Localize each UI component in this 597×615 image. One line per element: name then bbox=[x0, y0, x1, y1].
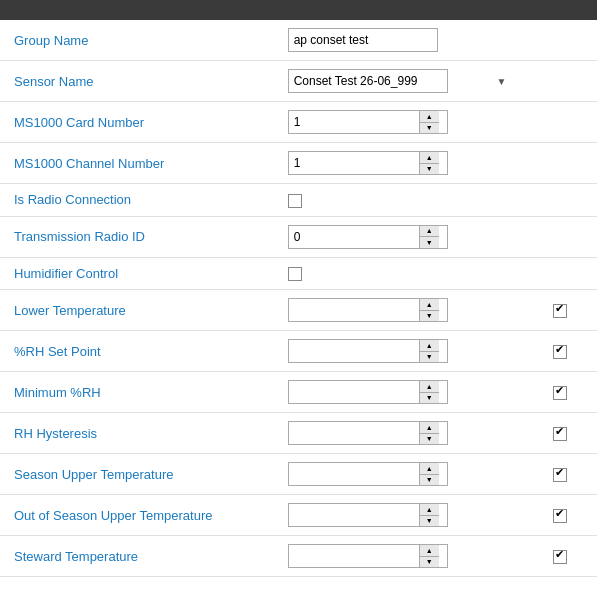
input-cell-group-name bbox=[274, 20, 523, 61]
label-ms1000-channel-number: MS1000 Channel Number bbox=[0, 143, 274, 184]
spinner-up-lower-temperature[interactable]: ▲ bbox=[420, 299, 439, 311]
table-row: Group Name bbox=[0, 20, 597, 61]
table-row: Steward Temperature▲▼ bbox=[0, 536, 597, 577]
spinner-down-out-of-season-upper-temperature[interactable]: ▼ bbox=[420, 516, 439, 527]
input-cell-lower-temperature: ▲▼ bbox=[274, 290, 523, 331]
checkbox-humidifier-control[interactable] bbox=[288, 267, 302, 281]
label-sensor-name: Sensor Name bbox=[0, 61, 274, 102]
global-cell-rh-hysteresis bbox=[522, 413, 597, 454]
input-cell-humidifier-control bbox=[274, 257, 523, 290]
global-checkbox-rh-hysteresis[interactable] bbox=[553, 427, 567, 441]
label-lower-temperature: Lower Temperature bbox=[0, 290, 274, 331]
spinner-input-ms1000-card-number[interactable] bbox=[289, 111, 419, 133]
spinner-down-rh-hysteresis[interactable]: ▼ bbox=[420, 434, 439, 445]
spinner-input-lower-temperature[interactable] bbox=[289, 299, 419, 321]
input-cell-is-radio-connection bbox=[274, 184, 523, 217]
checkbox-is-radio-connection[interactable] bbox=[288, 194, 302, 208]
table-row: %RH Set Point▲▼ bbox=[0, 331, 597, 372]
global-checkbox-steward-temperature[interactable] bbox=[553, 550, 567, 564]
spinner-input-ms1000-channel-number[interactable] bbox=[289, 152, 419, 174]
label-season-upper-temperature: Season Upper Temperature bbox=[0, 454, 274, 495]
global-cell-ms1000-channel-number bbox=[522, 143, 597, 184]
spinner-down-steward-temperature[interactable]: ▼ bbox=[420, 557, 439, 568]
label-group-name: Group Name bbox=[0, 20, 274, 61]
global-cell-sensor-name bbox=[522, 61, 597, 102]
global-cell-steward-temperature bbox=[522, 536, 597, 577]
input-cell-ms1000-channel-number: ▲▼ bbox=[274, 143, 523, 184]
label-rh-set-point: %RH Set Point bbox=[0, 331, 274, 372]
spinner-input-rh-hysteresis[interactable] bbox=[289, 422, 419, 444]
label-minimum-rh: Minimum %RH bbox=[0, 372, 274, 413]
input-cell-transmission-radio-id: ▲▼ bbox=[274, 216, 523, 257]
table-row: Sensor NameConset Test 26-06_999▼ bbox=[0, 61, 597, 102]
input-cell-ms1000-card-number: ▲▼ bbox=[274, 102, 523, 143]
spinner-up-transmission-radio-id[interactable]: ▲ bbox=[420, 226, 439, 238]
spinner-input-season-upper-temperature[interactable] bbox=[289, 463, 419, 485]
table-row: Lower Temperature▲▼ bbox=[0, 290, 597, 331]
spinner-up-season-upper-temperature[interactable]: ▲ bbox=[420, 463, 439, 475]
spinner-down-ms1000-card-number[interactable]: ▼ bbox=[420, 123, 439, 134]
label-is-radio-connection: Is Radio Connection bbox=[0, 184, 274, 217]
spinner-up-ms1000-card-number[interactable]: ▲ bbox=[420, 111, 439, 123]
spinner-down-transmission-radio-id[interactable]: ▼ bbox=[420, 237, 439, 248]
spinner-up-out-of-season-upper-temperature[interactable]: ▲ bbox=[420, 504, 439, 516]
label-transmission-radio-id: Transmission Radio ID bbox=[0, 216, 274, 257]
global-checkbox-season-upper-temperature[interactable] bbox=[553, 468, 567, 482]
spinner-down-ms1000-channel-number[interactable]: ▼ bbox=[420, 164, 439, 175]
input-cell-rh-set-point: ▲▼ bbox=[274, 331, 523, 372]
label-out-of-season-upper-temperature: Out of Season Upper Temperature bbox=[0, 495, 274, 536]
global-cell-humidifier-control bbox=[522, 257, 597, 290]
global-checkbox-out-of-season-upper-temperature[interactable] bbox=[553, 509, 567, 523]
table-row: MS1000 Card Number▲▼ bbox=[0, 102, 597, 143]
table-row: RH Hysteresis▲▼ bbox=[0, 413, 597, 454]
table-row: Transmission Radio ID▲▼ bbox=[0, 216, 597, 257]
spinner-input-transmission-radio-id[interactable] bbox=[289, 226, 419, 248]
text-input-group-name[interactable] bbox=[288, 28, 438, 52]
global-cell-ms1000-card-number bbox=[522, 102, 597, 143]
input-cell-minimum-rh: ▲▼ bbox=[274, 372, 523, 413]
spinner-down-rh-set-point[interactable]: ▼ bbox=[420, 352, 439, 363]
global-cell-rh-set-point bbox=[522, 331, 597, 372]
global-cell-season-upper-temperature bbox=[522, 454, 597, 495]
input-cell-out-of-season-upper-temperature: ▲▼ bbox=[274, 495, 523, 536]
input-cell-sensor-name: Conset Test 26-06_999▼ bbox=[274, 61, 523, 102]
global-checkbox-rh-set-point[interactable] bbox=[553, 345, 567, 359]
label-rh-hysteresis: RH Hysteresis bbox=[0, 413, 274, 454]
global-checkbox-lower-temperature[interactable] bbox=[553, 304, 567, 318]
label-steward-temperature: Steward Temperature bbox=[0, 536, 274, 577]
table-row: MS1000 Channel Number▲▼ bbox=[0, 143, 597, 184]
table-row: Out of Season Upper Temperature▲▼ bbox=[0, 495, 597, 536]
global-checkbox-minimum-rh[interactable] bbox=[553, 386, 567, 400]
spinner-up-steward-temperature[interactable]: ▲ bbox=[420, 545, 439, 557]
global-cell-group-name bbox=[522, 20, 597, 61]
table-row: Season Upper Temperature▲▼ bbox=[0, 454, 597, 495]
header bbox=[0, 0, 597, 20]
input-cell-steward-temperature: ▲▼ bbox=[274, 536, 523, 577]
spinner-up-ms1000-channel-number[interactable]: ▲ bbox=[420, 152, 439, 164]
spinner-up-rh-hysteresis[interactable]: ▲ bbox=[420, 422, 439, 434]
input-cell-season-upper-temperature: ▲▼ bbox=[274, 454, 523, 495]
table-row: Humidifier Control bbox=[0, 257, 597, 290]
spinner-input-out-of-season-upper-temperature[interactable] bbox=[289, 504, 419, 526]
input-cell-rh-hysteresis: ▲▼ bbox=[274, 413, 523, 454]
global-cell-transmission-radio-id bbox=[522, 216, 597, 257]
chevron-down-icon: ▼ bbox=[496, 76, 506, 87]
spinner-input-steward-temperature[interactable] bbox=[289, 545, 419, 567]
table-row: Minimum %RH▲▼ bbox=[0, 372, 597, 413]
global-cell-minimum-rh bbox=[522, 372, 597, 413]
spinner-down-season-upper-temperature[interactable]: ▼ bbox=[420, 475, 439, 486]
spinner-input-minimum-rh[interactable] bbox=[289, 381, 419, 403]
table-row: Is Radio Connection bbox=[0, 184, 597, 217]
spinner-down-lower-temperature[interactable]: ▼ bbox=[420, 311, 439, 322]
select-sensor-name[interactable]: Conset Test 26-06_999 bbox=[288, 69, 448, 93]
global-cell-lower-temperature bbox=[522, 290, 597, 331]
global-cell-is-radio-connection bbox=[522, 184, 597, 217]
settings-table: Group NameSensor NameConset Test 26-06_9… bbox=[0, 20, 597, 577]
label-humidifier-control: Humidifier Control bbox=[0, 257, 274, 290]
spinner-down-minimum-rh[interactable]: ▼ bbox=[420, 393, 439, 404]
spinner-input-rh-set-point[interactable] bbox=[289, 340, 419, 362]
spinner-up-minimum-rh[interactable]: ▲ bbox=[420, 381, 439, 393]
spinner-up-rh-set-point[interactable]: ▲ bbox=[420, 340, 439, 352]
label-ms1000-card-number: MS1000 Card Number bbox=[0, 102, 274, 143]
global-cell-out-of-season-upper-temperature bbox=[522, 495, 597, 536]
